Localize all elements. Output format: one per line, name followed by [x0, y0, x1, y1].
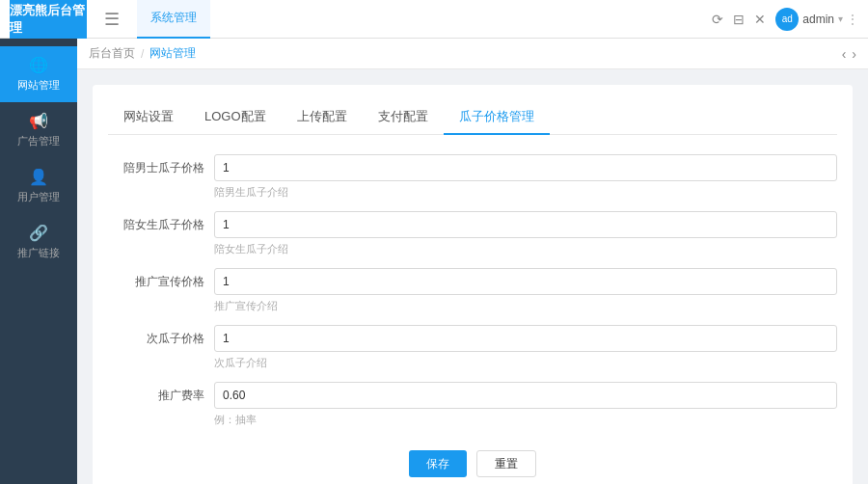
layout-icon[interactable]: ⊟: [733, 12, 745, 27]
tab-upload-label: 上传配置: [297, 109, 347, 123]
label-male-vip: 陪男士瓜子价格: [108, 154, 214, 176]
field-male-vip: 陪男生瓜子介绍: [214, 154, 837, 200]
sidebar-item-network[interactable]: 🌐 网站管理: [0, 46, 77, 102]
username-text: admin: [802, 13, 834, 26]
input-promote-rate[interactable]: [214, 382, 837, 409]
tab-logo-label: LOGO配置: [204, 109, 266, 123]
tab-vip[interactable]: 瓜子价格管理: [444, 100, 550, 135]
sidebar-label-ad: 广告管理: [17, 134, 60, 148]
user-info: ad admin ▾ ⋮: [775, 8, 858, 31]
content-area: 网站设置 LOGO配置 上传配置 支付配置 瓜子价格管理: [77, 69, 868, 484]
tab-vip-label: 瓜子价格管理: [459, 109, 534, 123]
ad-icon: 📢: [29, 112, 48, 130]
hint-promote-price: 推广宣传介绍: [214, 299, 837, 313]
breadcrumb-sep: /: [141, 47, 144, 61]
hint-secondary-price: 次瓜子介绍: [214, 356, 837, 370]
input-female-vip[interactable]: [214, 211, 837, 238]
breadcrumb-current: 网站管理: [149, 45, 196, 62]
save-button[interactable]: 保存: [409, 450, 467, 477]
form-row-promote-rate: 推广费率 例：抽率: [108, 382, 837, 427]
sidebar-item-ad[interactable]: 📢 广告管理: [0, 102, 77, 158]
form-row-male-vip: 陪男士瓜子价格 陪男生瓜子介绍: [108, 154, 837, 200]
input-promote-price[interactable]: [214, 268, 837, 295]
hint-male-vip: 陪男生瓜子介绍: [214, 185, 837, 200]
breadcrumb-home[interactable]: 后台首页: [89, 45, 135, 62]
tab-label: 系统管理: [150, 10, 197, 26]
tab-basic[interactable]: 网站设置: [108, 100, 189, 135]
field-female-vip: 陪女生瓜子介绍: [214, 211, 837, 256]
hamburger-icon[interactable]: ☰: [96, 9, 127, 30]
field-promote-rate: 例：抽率: [214, 382, 837, 427]
label-promote-price: 推广宣传价格: [108, 268, 214, 290]
label-female-vip: 陪女生瓜子价格: [108, 211, 214, 233]
tabs: 网站设置 LOGO配置 上传配置 支付配置 瓜子价格管理: [108, 100, 837, 135]
label-promote-rate: 推广费率: [108, 382, 214, 404]
user-dropdown-icon[interactable]: ▾: [838, 13, 843, 24]
breadcrumb: 后台首页 / 网站管理 ‹ ›: [77, 39, 868, 69]
tab-system-management[interactable]: 系统管理: [137, 0, 210, 39]
sidebar-label-promote: 推广链接: [17, 246, 60, 260]
button-row: 保存 重置: [108, 450, 837, 477]
label-secondary-price: 次瓜子价格: [108, 325, 214, 347]
refresh-icon[interactable]: ⟳: [712, 12, 723, 27]
avatar-text: ad: [782, 13, 793, 24]
input-male-vip[interactable]: [214, 154, 837, 181]
user-menu-icon[interactable]: ⋮: [847, 13, 858, 26]
logo-text: 漂亮熊后台管理: [10, 2, 87, 37]
logo: 漂亮熊后台管理: [10, 0, 87, 39]
promote-icon: 🔗: [29, 224, 48, 242]
field-promote-price: 推广宣传介绍: [214, 268, 837, 313]
form-row-secondary-price: 次瓜子价格 次瓜子介绍: [108, 325, 837, 370]
tab-logo[interactable]: LOGO配置: [189, 100, 282, 135]
avatar: ad: [775, 8, 799, 31]
input-secondary-price[interactable]: [214, 325, 837, 352]
network-icon: 🌐: [29, 56, 48, 74]
sidebar: 🌐 网站管理 📢 广告管理 👤 用户管理 🔗 推广链接: [0, 39, 77, 484]
sidebar-label-network: 网站管理: [17, 78, 60, 93]
breadcrumb-forward-icon[interactable]: ›: [852, 46, 856, 62]
card: 网站设置 LOGO配置 上传配置 支付配置 瓜子价格管理: [93, 85, 853, 484]
hint-promote-rate: 例：抽率: [214, 413, 837, 427]
tab-basic-label: 网站设置: [123, 109, 174, 123]
form-row-promote-price: 推广宣传价格 推广宣传介绍: [108, 268, 837, 313]
breadcrumb-back-icon[interactable]: ‹: [842, 46, 847, 62]
form-row-female-vip: 陪女生瓜子价格 陪女生瓜子介绍: [108, 211, 837, 256]
form: 陪男士瓜子价格 陪男生瓜子介绍 陪女生瓜子价格 陪女生瓜子介绍: [108, 154, 837, 477]
field-secondary-price: 次瓜子介绍: [214, 325, 837, 370]
tab-payment[interactable]: 支付配置: [363, 100, 444, 135]
close-icon[interactable]: ✕: [754, 12, 766, 27]
sidebar-label-user: 用户管理: [17, 190, 60, 204]
tab-upload[interactable]: 上传配置: [282, 100, 363, 135]
breadcrumb-actions: ‹ ›: [842, 46, 856, 62]
main: 后台首页 / 网站管理 ‹ › 网站设置 LOGO配置: [77, 39, 868, 484]
topbar-right: ⟳ ⊟ ✕ ad admin ▾ ⋮: [712, 8, 858, 31]
layout: 🌐 网站管理 📢 广告管理 👤 用户管理 🔗 推广链接 后台首页 / 网站管理 …: [0, 39, 868, 484]
tab-payment-label: 支付配置: [378, 109, 428, 123]
sidebar-item-promote[interactable]: 🔗 推广链接: [0, 214, 77, 270]
user-icon: 👤: [29, 168, 48, 186]
topbar: 漂亮熊后台管理 ☰ 系统管理 ⟳ ⊟ ✕ ad admin ▾ ⋮: [0, 0, 868, 39]
reset-button[interactable]: 重置: [476, 450, 536, 477]
sidebar-item-user[interactable]: 👤 用户管理: [0, 158, 77, 214]
hint-female-vip: 陪女生瓜子介绍: [214, 242, 837, 256]
